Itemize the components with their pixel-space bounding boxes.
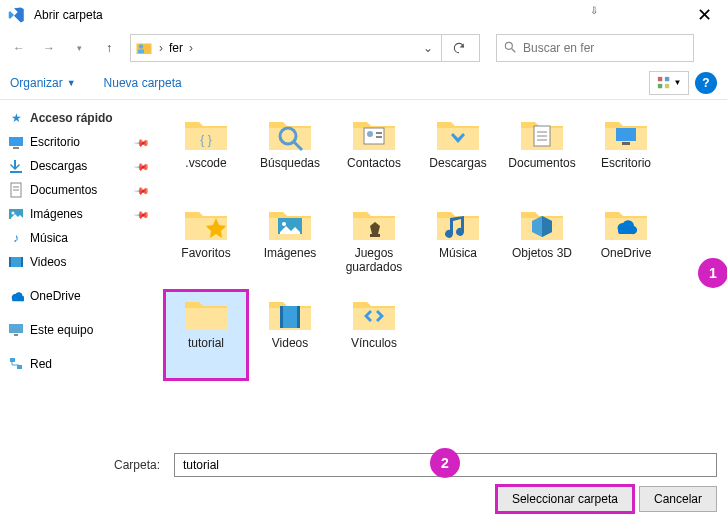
- folder-icon: [434, 114, 482, 154]
- downloads-icon: [8, 158, 24, 174]
- new-folder-button[interactable]: Nueva carpeta: [104, 76, 182, 90]
- sidebar-network[interactable]: Red: [0, 352, 158, 376]
- folder-label: Descargas: [429, 156, 486, 170]
- sidebar-item-musica[interactable]: ♪ Música: [0, 226, 158, 250]
- folder-documentos[interactable]: Documentos: [500, 110, 584, 200]
- folder-icon: [518, 204, 566, 244]
- folder-icon: [266, 204, 314, 244]
- folder-label: Música: [439, 246, 477, 260]
- select-folder-button[interactable]: Seleccionar carpeta: [497, 486, 633, 512]
- folder-contactos[interactable]: Contactos: [332, 110, 416, 200]
- svg-rect-20: [9, 324, 23, 333]
- folder-label: Documentos: [508, 156, 575, 170]
- recent-dropdown[interactable]: ▾: [66, 35, 92, 61]
- folder-icon: { }: [182, 114, 230, 154]
- folder-icon: [518, 114, 566, 154]
- svg-rect-30: [376, 136, 382, 138]
- organize-menu[interactable]: Organizar ▼: [10, 76, 76, 90]
- svg-rect-10: [13, 147, 19, 149]
- sidebar-onedrive[interactable]: OneDrive: [0, 284, 158, 308]
- folder-label: Contactos: [347, 156, 401, 170]
- onedrive-icon: [8, 288, 24, 304]
- folder-label: OneDrive: [601, 246, 652, 260]
- folder-icon: [182, 294, 230, 334]
- folder-label: Objetos 3D: [512, 246, 572, 260]
- folder-view[interactable]: { }.vscodeBúsquedasContactosDescargasDoc…: [158, 100, 727, 450]
- folder-onedrive[interactable]: OneDrive: [584, 200, 668, 290]
- back-button[interactable]: ←: [6, 35, 32, 61]
- pin-icon: 📌: [134, 134, 150, 150]
- search-placeholder: Buscar en fer: [523, 41, 594, 55]
- sidebar-quick-access[interactable]: ★ Acceso rápido: [0, 106, 158, 130]
- search-input[interactable]: Buscar en fer: [496, 34, 694, 62]
- folder-m-sica[interactable]: Música: [416, 200, 500, 290]
- address-bar[interactable]: › fer › ⌄: [130, 34, 480, 62]
- svg-point-38: [282, 222, 286, 226]
- folder-v-nculos[interactable]: Vínculos: [332, 290, 416, 380]
- chevron-down-icon: ▼: [67, 78, 76, 88]
- folder-b-squedas[interactable]: Búsquedas: [248, 110, 332, 200]
- folder-videos[interactable]: Videos: [248, 290, 332, 380]
- svg-rect-39: [370, 234, 380, 237]
- nav-bar: ← → ▾ ↑ › fer › ⌄ Buscar en fer: [0, 30, 727, 66]
- sidebar-item-escritorio[interactable]: Escritorio 📌: [0, 130, 158, 154]
- sidebar-item-descargas[interactable]: Descargas 📌: [0, 154, 158, 178]
- folder--vscode[interactable]: { }.vscode: [164, 110, 248, 200]
- folder-icon: [350, 114, 398, 154]
- folder-objetos-3d[interactable]: Objetos 3D: [500, 200, 584, 290]
- chevron-right-icon: ›: [157, 41, 165, 55]
- svg-rect-9: [9, 137, 23, 146]
- svg-rect-6: [657, 83, 661, 87]
- svg-rect-29: [376, 132, 382, 134]
- folder-label: Juegos guardados: [332, 246, 416, 274]
- svg-rect-7: [664, 76, 668, 80]
- cancel-button[interactable]: Cancelar: [639, 486, 717, 512]
- videos-icon: [8, 254, 24, 270]
- vscode-icon: [8, 6, 26, 24]
- folder-tutorial[interactable]: tutorial: [164, 290, 248, 380]
- sidebar-item-documentos[interactable]: Documentos 📌: [0, 178, 158, 202]
- folder-icon: [182, 204, 230, 244]
- footer: Carpeta: 2 Seleccionar carpeta Cancelar: [0, 444, 727, 518]
- close-button[interactable]: ✕: [689, 4, 719, 26]
- folder-juegos-guardados[interactable]: Juegos guardados: [332, 200, 416, 290]
- breadcrumb-segment[interactable]: fer: [169, 41, 183, 55]
- sidebar-item-imagenes[interactable]: Imágenes 📌: [0, 202, 158, 226]
- view-options-button[interactable]: ▼: [649, 71, 689, 95]
- svg-rect-11: [10, 171, 22, 173]
- up-button[interactable]: ↑: [96, 35, 122, 61]
- folder-label: tutorial: [188, 336, 224, 350]
- desktop-icon: [8, 134, 24, 150]
- svg-rect-41: [280, 306, 283, 328]
- chevron-down-icon: ▼: [674, 78, 682, 87]
- address-dropdown[interactable]: ⌄: [423, 41, 433, 55]
- svg-text:{ }: { }: [200, 133, 211, 147]
- folder-icon: [266, 294, 314, 334]
- svg-rect-22: [10, 358, 15, 362]
- folder-icon: [434, 204, 482, 244]
- svg-rect-23: [17, 365, 22, 369]
- folder-im-genes[interactable]: Imágenes: [248, 200, 332, 290]
- svg-rect-2: [138, 50, 144, 54]
- svg-rect-18: [9, 257, 11, 267]
- folder-icon: [350, 204, 398, 244]
- quick-access-icon: ★: [8, 110, 24, 126]
- sidebar-item-videos[interactable]: Videos: [0, 250, 158, 274]
- folder-descargas[interactable]: Descargas: [416, 110, 500, 200]
- search-icon: [503, 40, 517, 57]
- sidebar-this-pc[interactable]: Este equipo: [0, 318, 158, 342]
- folder-escritorio[interactable]: Escritorio: [584, 110, 668, 200]
- forward-button[interactable]: →: [36, 35, 62, 61]
- folder-icon: [266, 114, 314, 154]
- pin-icon: 📌: [134, 206, 150, 222]
- svg-rect-36: [622, 142, 630, 145]
- svg-line-4: [512, 48, 516, 52]
- folder-icon: [602, 204, 650, 244]
- dropdown-indicator-icon: ⇩: [590, 5, 598, 16]
- folder-favoritos[interactable]: Favoritos: [164, 200, 248, 290]
- refresh-button[interactable]: [441, 34, 475, 62]
- folder-label: Imágenes: [264, 246, 317, 260]
- svg-point-28: [367, 131, 373, 137]
- svg-rect-19: [21, 257, 23, 267]
- help-button[interactable]: ?: [695, 72, 717, 94]
